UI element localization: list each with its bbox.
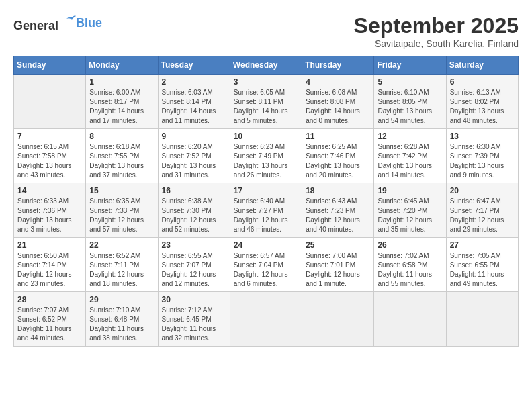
calendar-day-cell: 5Sunrise: 6:10 AM Sunset: 8:05 PM Daylig… bbox=[374, 75, 446, 129]
calendar-day-cell: 9Sunrise: 6:20 AM Sunset: 7:52 PM Daylig… bbox=[158, 129, 230, 183]
day-info: Sunrise: 7:00 AM Sunset: 7:01 PM Dayligh… bbox=[306, 251, 370, 289]
calendar-day-cell: 7Sunrise: 6:15 AM Sunset: 7:58 PM Daylig… bbox=[14, 129, 86, 183]
day-number: 19 bbox=[378, 186, 442, 195]
day-info: Sunrise: 6:35 AM Sunset: 7:33 PM Dayligh… bbox=[89, 197, 154, 234]
day-of-week-header: Tuesday bbox=[158, 56, 230, 75]
calendar-day-cell bbox=[374, 292, 446, 347]
calendar-day-cell bbox=[230, 292, 302, 347]
day-info: Sunrise: 6:47 AM Sunset: 7:17 PM Dayligh… bbox=[450, 197, 515, 234]
calendar-day-cell: 1Sunrise: 6:00 AM Sunset: 8:17 PM Daylig… bbox=[86, 75, 158, 129]
day-number: 2 bbox=[162, 77, 226, 87]
calendar-day-cell bbox=[14, 75, 86, 129]
calendar-day-cell: 30Sunrise: 7:12 AM Sunset: 6:45 PM Dayli… bbox=[158, 292, 230, 347]
calendar-day-cell: 6Sunrise: 6:13 AM Sunset: 8:02 PM Daylig… bbox=[446, 75, 518, 129]
day-info: Sunrise: 6:05 AM Sunset: 8:11 PM Dayligh… bbox=[234, 88, 298, 126]
day-of-week-header: Thursday bbox=[302, 56, 374, 75]
calendar-day-cell: 29Sunrise: 7:10 AM Sunset: 6:48 PM Dayli… bbox=[86, 292, 158, 347]
day-info: Sunrise: 7:07 AM Sunset: 6:52 PM Dayligh… bbox=[17, 306, 82, 343]
calendar-day-cell: 3Sunrise: 6:05 AM Sunset: 8:11 PM Daylig… bbox=[230, 75, 302, 129]
calendar-week-row: 28Sunrise: 7:07 AM Sunset: 6:52 PM Dayli… bbox=[14, 292, 519, 347]
day-number: 27 bbox=[450, 240, 515, 250]
day-of-week-header: Sunday bbox=[14, 56, 86, 75]
title-block: September 2025 Savitaipale, South Kareli… bbox=[354, 13, 519, 49]
day-number: 8 bbox=[89, 132, 154, 141]
day-number: 23 bbox=[162, 240, 226, 250]
day-number: 18 bbox=[306, 186, 370, 195]
day-info: Sunrise: 6:38 AM Sunset: 7:30 PM Dayligh… bbox=[162, 197, 226, 234]
day-of-week-header: Monday bbox=[86, 56, 158, 75]
calendar-title: September 2025 bbox=[354, 13, 519, 38]
day-of-week-header: Friday bbox=[374, 56, 446, 75]
calendar-table: SundayMondayTuesdayWednesdayThursdayFrid… bbox=[13, 56, 519, 347]
day-info: Sunrise: 6:15 AM Sunset: 7:58 PM Dayligh… bbox=[17, 142, 82, 180]
calendar-day-cell: 13Sunrise: 6:30 AM Sunset: 7:39 PM Dayli… bbox=[446, 129, 518, 183]
logo-bird-icon bbox=[60, 13, 76, 30]
calendar-day-cell: 28Sunrise: 7:07 AM Sunset: 6:52 PM Dayli… bbox=[14, 292, 86, 347]
calendar-day-cell: 8Sunrise: 6:18 AM Sunset: 7:55 PM Daylig… bbox=[86, 129, 158, 183]
day-number: 4 bbox=[306, 77, 370, 87]
day-info: Sunrise: 6:30 AM Sunset: 7:39 PM Dayligh… bbox=[450, 142, 515, 180]
calendar-day-cell: 15Sunrise: 6:35 AM Sunset: 7:33 PM Dayli… bbox=[86, 183, 158, 238]
calendar-day-cell: 11Sunrise: 6:25 AM Sunset: 7:46 PM Dayli… bbox=[302, 129, 374, 183]
day-number: 25 bbox=[306, 240, 370, 250]
day-info: Sunrise: 7:10 AM Sunset: 6:48 PM Dayligh… bbox=[89, 306, 154, 343]
day-number: 7 bbox=[17, 132, 82, 141]
calendar-day-cell: 23Sunrise: 6:55 AM Sunset: 7:07 PM Dayli… bbox=[158, 238, 230, 292]
day-number: 26 bbox=[378, 240, 442, 250]
day-info: Sunrise: 6:57 AM Sunset: 7:04 PM Dayligh… bbox=[234, 251, 298, 289]
day-info: Sunrise: 6:40 AM Sunset: 7:27 PM Dayligh… bbox=[234, 197, 298, 234]
calendar-day-cell: 21Sunrise: 6:50 AM Sunset: 7:14 PM Dayli… bbox=[14, 238, 86, 292]
calendar-day-cell: 20Sunrise: 6:47 AM Sunset: 7:17 PM Dayli… bbox=[446, 183, 518, 238]
day-number: 5 bbox=[378, 77, 442, 87]
day-number: 15 bbox=[89, 186, 154, 195]
calendar-day-cell: 25Sunrise: 7:00 AM Sunset: 7:01 PM Dayli… bbox=[302, 238, 374, 292]
day-info: Sunrise: 6:55 AM Sunset: 7:07 PM Dayligh… bbox=[162, 251, 226, 289]
calendar-week-row: 1Sunrise: 6:00 AM Sunset: 8:17 PM Daylig… bbox=[14, 75, 519, 129]
calendar-day-cell: 14Sunrise: 6:33 AM Sunset: 7:36 PM Dayli… bbox=[14, 183, 86, 238]
day-number: 16 bbox=[162, 186, 226, 195]
logo: General Blue bbox=[13, 13, 102, 33]
day-number: 14 bbox=[17, 186, 82, 195]
day-info: Sunrise: 6:18 AM Sunset: 7:55 PM Dayligh… bbox=[89, 142, 154, 180]
day-number: 20 bbox=[450, 186, 515, 195]
calendar-day-cell: 18Sunrise: 6:43 AM Sunset: 7:23 PM Dayli… bbox=[302, 183, 374, 238]
day-number: 11 bbox=[306, 132, 370, 141]
day-of-week-header: Wednesday bbox=[230, 56, 302, 75]
day-info: Sunrise: 6:52 AM Sunset: 7:11 PM Dayligh… bbox=[89, 251, 154, 289]
calendar-week-row: 7Sunrise: 6:15 AM Sunset: 7:58 PM Daylig… bbox=[14, 129, 519, 183]
day-number: 24 bbox=[234, 240, 298, 250]
calendar-day-cell: 2Sunrise: 6:03 AM Sunset: 8:14 PM Daylig… bbox=[158, 75, 230, 129]
calendar-day-cell: 17Sunrise: 6:40 AM Sunset: 7:27 PM Dayli… bbox=[230, 183, 302, 238]
calendar-day-cell: 26Sunrise: 7:02 AM Sunset: 6:58 PM Dayli… bbox=[374, 238, 446, 292]
logo-general-text: General bbox=[13, 19, 58, 32]
day-info: Sunrise: 6:45 AM Sunset: 7:20 PM Dayligh… bbox=[378, 197, 442, 234]
calendar-day-cell: 12Sunrise: 6:28 AM Sunset: 7:42 PM Dayli… bbox=[374, 129, 446, 183]
day-number: 3 bbox=[234, 77, 298, 87]
day-info: Sunrise: 6:25 AM Sunset: 7:46 PM Dayligh… bbox=[306, 142, 370, 180]
day-number: 30 bbox=[162, 295, 226, 304]
day-number: 29 bbox=[89, 295, 154, 304]
day-number: 17 bbox=[234, 186, 298, 195]
calendar-week-row: 14Sunrise: 6:33 AM Sunset: 7:36 PM Dayli… bbox=[14, 183, 519, 238]
day-info: Sunrise: 6:03 AM Sunset: 8:14 PM Dayligh… bbox=[162, 88, 226, 126]
day-number: 10 bbox=[234, 132, 298, 141]
day-info: Sunrise: 6:20 AM Sunset: 7:52 PM Dayligh… bbox=[162, 142, 226, 180]
day-number: 13 bbox=[450, 132, 515, 141]
calendar-day-cell: 16Sunrise: 6:38 AM Sunset: 7:30 PM Dayli… bbox=[158, 183, 230, 238]
day-info: Sunrise: 7:12 AM Sunset: 6:45 PM Dayligh… bbox=[162, 306, 226, 343]
calendar-day-cell: 19Sunrise: 6:45 AM Sunset: 7:20 PM Dayli… bbox=[374, 183, 446, 238]
calendar-day-cell: 10Sunrise: 6:23 AM Sunset: 7:49 PM Dayli… bbox=[230, 129, 302, 183]
calendar-subtitle: Savitaipale, South Karelia, Finland bbox=[354, 38, 519, 49]
day-number: 6 bbox=[450, 77, 515, 87]
day-number: 12 bbox=[378, 132, 442, 141]
day-info: Sunrise: 6:00 AM Sunset: 8:17 PM Dayligh… bbox=[89, 88, 154, 126]
calendar-day-cell: 4Sunrise: 6:08 AM Sunset: 8:08 PM Daylig… bbox=[302, 75, 374, 129]
day-info: Sunrise: 7:05 AM Sunset: 6:55 PM Dayligh… bbox=[450, 251, 515, 289]
calendar-day-cell: 24Sunrise: 6:57 AM Sunset: 7:04 PM Dayli… bbox=[230, 238, 302, 292]
calendar-day-cell: 27Sunrise: 7:05 AM Sunset: 6:55 PM Dayli… bbox=[446, 238, 518, 292]
day-info: Sunrise: 6:33 AM Sunset: 7:36 PM Dayligh… bbox=[17, 197, 82, 234]
day-info: Sunrise: 6:08 AM Sunset: 8:08 PM Dayligh… bbox=[306, 88, 370, 126]
day-info: Sunrise: 6:23 AM Sunset: 7:49 PM Dayligh… bbox=[234, 142, 298, 180]
day-of-week-header: Saturday bbox=[446, 56, 518, 75]
calendar-week-row: 21Sunrise: 6:50 AM Sunset: 7:14 PM Dayli… bbox=[14, 238, 519, 292]
